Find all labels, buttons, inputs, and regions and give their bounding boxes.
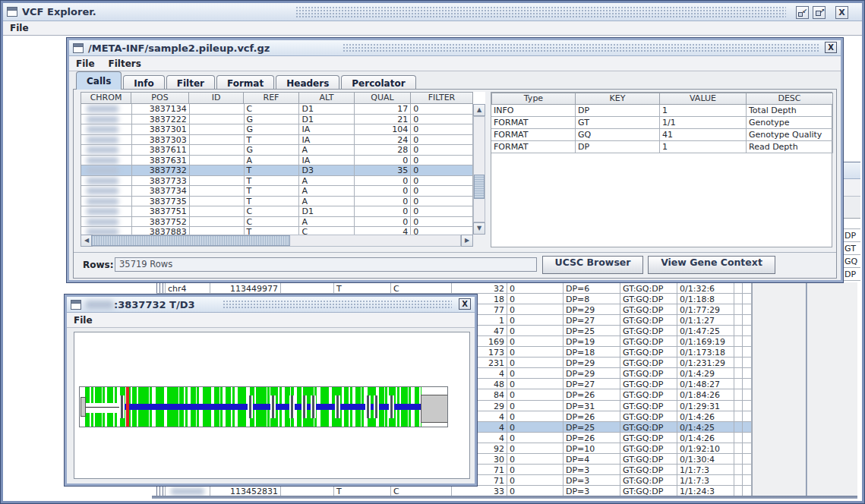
cell: 1 [660, 105, 747, 117]
table-row[interactable]: FORMATDP1Read Depth [491, 141, 833, 153]
cell [190, 176, 245, 187]
column-header-id[interactable]: ID [189, 92, 244, 104]
table-row[interactable]: FORMATGQ41Genotype Quality [491, 129, 833, 141]
cell: 0 [507, 379, 564, 389]
cell: 0 [411, 115, 473, 125]
table-row[interactable]: 3837301GIA1040 [81, 124, 473, 135]
chromosome-redacted [87, 157, 118, 164]
cell [734, 326, 743, 336]
table-row[interactable]: 3837611GA280 [81, 145, 473, 156]
table-row[interactable]: chr4113449977TC320DP=6GT:GQ:DP0/1:32:6 [156, 283, 752, 294]
column-header-type[interactable]: Type [491, 93, 576, 105]
cell: 0 [507, 368, 564, 379]
iconify-arrow-icon: ↙ [802, 5, 807, 17]
column-header-value[interactable]: VALUE [660, 93, 747, 105]
column-header-alt[interactable]: ALT [299, 92, 355, 104]
cell: GT:GQ:DP [620, 433, 677, 443]
cell [156, 283, 166, 294]
column-header-chrom[interactable]: CHROM [81, 92, 131, 104]
cell: IA [299, 135, 355, 146]
column-header-qual[interactable]: QUAL [355, 92, 411, 104]
iconify-button[interactable]: ↙ [796, 6, 809, 19]
table-row[interactable]: 3837883TC40 [81, 227, 473, 235]
view-gene-context-button[interactable]: View Gene Context [648, 256, 775, 274]
main-titlebar[interactable]: VCF Explorer. ↙ ↗ X [3, 3, 862, 21]
column-header-pos[interactable]: POS [131, 92, 189, 104]
cell: D1 [299, 104, 355, 115]
horizontal-scrollbar[interactable]: ◀ ▶ [81, 235, 485, 247]
detail-table-rows: INFODP1Total DepthFORMATGT1/1GenotypeFOR… [491, 105, 833, 153]
ucsc-browser-button[interactable]: UCSC Browser [542, 256, 643, 274]
table-row[interactable]: 3837735TA00 [81, 197, 473, 207]
gene-window-close-button[interactable]: X [459, 298, 471, 310]
cell: 0 [507, 358, 564, 368]
menu-file[interactable]: File [69, 58, 102, 69]
column-header-filter[interactable]: FILTER [411, 92, 473, 104]
maximize-button[interactable]: ↗ [813, 6, 826, 19]
gene-structure-visualization[interactable] [79, 386, 448, 427]
cell: 0 [411, 135, 473, 146]
table-row[interactable]: 3837751CD100 [81, 206, 473, 217]
titlebar-texture [295, 6, 786, 17]
cell: GT:GQ:DP [620, 315, 677, 326]
vcf-window-titlebar[interactable]: /META-INF/sample2.pileup.vcf.gz X [69, 40, 841, 56]
cell: 1 [660, 141, 747, 153]
table-row[interactable]: 3837303TIA240 [81, 135, 473, 146]
cell: 0 [507, 336, 564, 347]
cell [743, 465, 752, 475]
tab-calls[interactable]: Calls [76, 71, 122, 90]
scroll-up-button[interactable]: ▲ [473, 104, 485, 116]
menu-file[interactable]: File [67, 315, 99, 326]
detail-table-header: TypeKEYVALUEDESC [491, 93, 833, 105]
vcf-window-close-button[interactable]: X [825, 42, 837, 53]
cell: GT:GQ:DP [620, 443, 677, 454]
cell: DP [576, 105, 660, 117]
scroll-thumb[interactable] [474, 175, 485, 199]
cell [190, 135, 245, 146]
cell: 113452831 [210, 486, 281, 496]
feature-tick [270, 395, 276, 418]
table-row[interactable]: INFODP1Total Depth [491, 105, 833, 117]
table-row[interactable]: 3837222GD1210 [81, 115, 473, 125]
table-row[interactable]: 3837752CA00 [81, 217, 473, 228]
variant-position-marker [126, 387, 129, 427]
scroll-thumb[interactable] [91, 235, 290, 246]
rows-label: Rows: [83, 260, 114, 270]
cell [81, 115, 132, 125]
cell: 0 [507, 283, 564, 294]
table-row[interactable]: 113452831TC330DP=3GT:GQ:DP1/1:24:3 [156, 486, 752, 496]
chromosome-redacted [171, 488, 204, 495]
table-row[interactable]: 3837734TA00 [81, 186, 473, 197]
table-row[interactable]: 3837732TD3350 [81, 165, 473, 176]
column-header-ref[interactable]: REF [244, 92, 299, 104]
vertical-scrollbar[interactable]: ▲ ▼ [473, 104, 485, 235]
table-row[interactable]: 3837733TA00 [81, 176, 473, 187]
vcf-file-window: /META-INF/sample2.pileup.vcf.gz X File F… [67, 38, 843, 282]
menu-file[interactable]: File [3, 23, 36, 33]
split-divider[interactable] [806, 282, 807, 496]
menu-filters[interactable]: Filters [102, 58, 148, 69]
cell: 0 [507, 454, 564, 465]
column-header-key[interactable]: KEY [576, 93, 660, 105]
table-row[interactable]: 3837134CD1170 [81, 104, 473, 115]
gene-menubar: File [67, 313, 475, 328]
scroll-right-button[interactable]: ▶ [461, 235, 473, 247]
background-key-cell: GT [842, 242, 860, 255]
table-row[interactable]: FORMATGT1/1Genotype [491, 117, 833, 129]
cell: T [245, 186, 300, 197]
gene-window-titlebar[interactable]: :3837732 T/D3 X [67, 297, 475, 313]
cell [166, 486, 210, 496]
cell: 0 [507, 422, 564, 433]
cell [743, 389, 752, 400]
cell: 0 [507, 304, 564, 315]
scroll-down-button[interactable]: ▼ [473, 222, 485, 235]
table-row[interactable]: 3837631AIA00 [81, 156, 473, 166]
chromosome-redacted [87, 178, 118, 184]
rows-count-field[interactable]: 35719 Rows [115, 257, 537, 272]
close-button[interactable]: X [835, 6, 848, 19]
column-header-desc[interactable]: DESC [747, 93, 833, 105]
cell: DP=29 [564, 368, 620, 379]
cell: GT:GQ:DP [620, 411, 677, 422]
scroll-track[interactable] [473, 116, 485, 222]
chromosome-name-redacted [86, 301, 113, 309]
